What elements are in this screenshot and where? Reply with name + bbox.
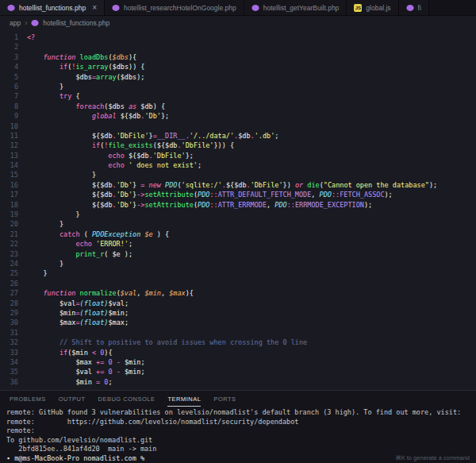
line-number: 28 — [0, 299, 27, 308]
php-icon — [112, 4, 120, 12]
code-line: 27 function normalize($val, $min, $max){ — [0, 288, 476, 298]
code-line: 9 global ${$db.'Db'}; — [0, 111, 476, 121]
code-area[interactable]: 1<?23 function loadDbs($dbs){4 if(!is_ar… — [0, 29, 476, 390]
line-number: 13 — [0, 151, 27, 160]
code-line: 10 — [0, 122, 476, 131]
tab-label: hotellist_functions.php — [19, 4, 86, 12]
code-line: 17 ${$db.'Db'}->setAttribute(PDO::ATTR_D… — [0, 190, 476, 199]
code-line: 21 catch ( PDOException $e ) { — [0, 230, 476, 239]
line-number: 22 — [0, 239, 27, 249]
code-line: 20 } — [0, 219, 476, 229]
code-text: ${$db.'Db'}->setAttribute(PDO::ATTR_DEFA… — [27, 190, 393, 199]
terminal-line: remote: https://github.com/levelsio/noma… — [6, 418, 476, 427]
panel-tab-output[interactable]: OUTPUT — [59, 391, 86, 407]
breadcrumb-root[interactable]: app — [10, 19, 21, 27]
code-line: 31 — [0, 328, 476, 338]
line-number: 4 — [0, 62, 27, 71]
terminal-line: remote: — [6, 426, 476, 436]
code-text: ${$db.'DbFile'}=__DIR__.'/../data/'.$db.… — [27, 131, 278, 141]
code-text: ${$db.'Db'}->setAttribute(PDO::ATTR_ERRM… — [27, 200, 372, 210]
panel-tab-debug-console[interactable]: DEBUG CONSOLE — [98, 391, 155, 407]
chevron-right-icon: › — [25, 19, 27, 27]
terminal-hint: ⌘K to generate a command — [395, 454, 470, 461]
code-line: 33 if($min < 0){ — [0, 348, 476, 357]
code-line: 2 — [0, 42, 476, 52]
line-number: 11 — [0, 131, 27, 141]
code-text: $max=(float)$max; — [27, 318, 129, 327]
bottom-panel: PROBLEMSOUTPUTDEBUG CONSOLETERMINALPORTS… — [0, 390, 476, 463]
code-line: 1<? — [0, 33, 476, 42]
panel-tab-problems[interactable]: PROBLEMS — [10, 391, 46, 407]
php-icon — [406, 4, 414, 12]
code-text: $val += 0 - $min; — [27, 367, 145, 376]
php-icon — [251, 4, 259, 12]
line-number: 16 — [0, 180, 27, 190]
terminal-line: To github.com/levelsio/nomadlist.git — [6, 436, 476, 446]
code-text: } — [27, 268, 48, 278]
line-number: 7 — [0, 91, 27, 101]
code-text: print_r( $e ); — [27, 249, 132, 259]
tab-label: fi — [418, 4, 421, 12]
editor-window: hotellist_functions.php×hotellist_resear… — [0, 0, 476, 463]
tab-bar: hotellist_functions.php×hotellist_resear… — [0, 0, 476, 16]
code-text: $max += 0 - $min; — [27, 357, 145, 367]
code-line: 23 print_r( $e ); — [0, 249, 476, 259]
code-text: if(!is_array($dbs)) { — [27, 62, 145, 71]
line-number: 6 — [0, 82, 27, 91]
code-line: 15 } — [0, 170, 476, 179]
code-line: 19 } — [0, 210, 476, 219]
code-text: echo 'ERROR!'; — [27, 239, 132, 249]
code-line: 13 echo ${$db.'DbFile'}; — [0, 151, 476, 160]
line-number: 2 — [0, 42, 27, 52]
line-number: 33 — [0, 348, 27, 357]
line-number: 35 — [0, 367, 27, 376]
close-icon[interactable]: × — [92, 4, 97, 12]
js-icon: JS — [354, 4, 362, 12]
php-icon — [31, 19, 39, 27]
code-line: 16 ${$db.'Db'} = new PDO('sqlite:/'.${$d… — [0, 180, 476, 190]
code-text: echo ' does not exist'; — [27, 160, 202, 170]
tab-label: hotellist_getYearBuilt.php — [263, 4, 340, 12]
code-line: 35 $val += 0 - $min; — [0, 367, 476, 376]
line-number: 15 — [0, 170, 27, 179]
code-text: ${$db.'Db'} = new PDO('sqlite:/'.${$db.'… — [27, 180, 437, 190]
code-text: } — [27, 82, 63, 91]
code-text: } — [27, 259, 63, 268]
tab-hotellist_getYearBuilt.php[interactable]: hotellist_getYearBuilt.php — [244, 0, 347, 15]
tab-fi[interactable]: fi — [399, 0, 429, 15]
code-line: 24 } — [0, 259, 476, 268]
php-icon — [7, 4, 15, 12]
tab-global.js[interactable]: JSglobal.js — [347, 0, 398, 15]
tab-hotellist_functions.php[interactable]: hotellist_functions.php× — [0, 0, 105, 15]
line-number: 19 — [0, 210, 27, 219]
line-number: 5 — [0, 72, 27, 82]
code-text: // Shift to positive to avoid issues whe… — [27, 338, 307, 347]
breadcrumb-file[interactable]: hotellist_functions.php — [43, 19, 109, 27]
line-number: 3 — [0, 52, 27, 62]
line-number: 25 — [0, 268, 27, 278]
code-text: } — [27, 219, 63, 229]
panel-tabs: PROBLEMSOUTPUTDEBUG CONSOLETERMINALPORTS — [0, 391, 476, 407]
line-number: 18 — [0, 200, 27, 210]
code-text: try { — [27, 91, 80, 101]
code-text: function normalize($val, $min, $max){ — [27, 288, 194, 298]
tab-hotellist_researchHotelOnGoogle.php[interactable]: hotellist_researchHotelOnGoogle.php — [105, 0, 244, 15]
code-line: 22 echo 'ERROR!'; — [0, 239, 476, 249]
terminal-line: 2bfd815ee..841af4d20 main -> main — [6, 445, 476, 454]
code-line: 4 if(!is_array($dbs)) { — [0, 62, 476, 71]
line-number: 14 — [0, 160, 27, 170]
code-text: if($min < 0){ — [27, 348, 113, 357]
code-text: <? — [27, 33, 35, 42]
line-number: 9 — [0, 111, 27, 121]
code-text: catch ( PDOException $e ) { — [27, 230, 169, 239]
code-line: 26 — [0, 279, 476, 288]
code-line: 18 ${$db.'Db'}->setAttribute(PDO::ATTR_E… — [0, 200, 476, 210]
code-line: 28 $val=(float)$val; — [0, 299, 476, 308]
panel-tab-ports[interactable]: PORTS — [213, 391, 236, 407]
code-line: 34 $max += 0 - $min; — [0, 357, 476, 367]
line-number: 23 — [0, 249, 27, 259]
line-number: 21 — [0, 230, 27, 239]
code-text: function loadDbs($dbs){ — [27, 52, 136, 62]
panel-tab-terminal[interactable]: TERMINAL — [167, 391, 201, 407]
code-line: 29 $min=(float)$min; — [0, 308, 476, 318]
